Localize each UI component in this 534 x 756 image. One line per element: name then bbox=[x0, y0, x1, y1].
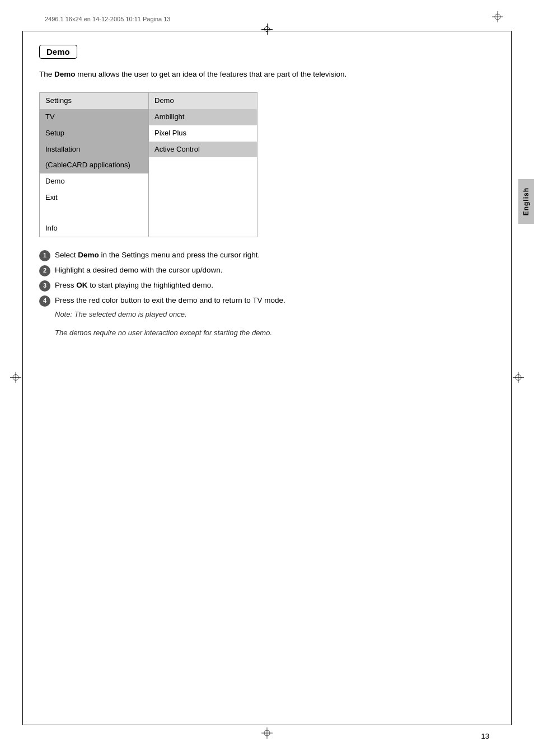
header-meta: 2496.1 16x24 en 14-12-2005 10:11 Pagina … bbox=[45, 16, 170, 22]
main-content: Demo The Demo menu allows the user to ge… bbox=[39, 45, 495, 337]
menu-item-empty bbox=[40, 206, 148, 220]
menu-item-demo: Demo bbox=[40, 173, 148, 190]
step-3-number: 3 bbox=[39, 280, 50, 292]
border-bottom bbox=[22, 725, 512, 725]
menu-left-header: Settings bbox=[40, 93, 148, 109]
menu-right-column: Demo Ambilight Pixel Plus Active Control bbox=[149, 93, 257, 236]
steps-list: 1 Select Demo in the Settings menu and p… bbox=[39, 250, 495, 318]
menu-right-pixelplus: Pixel Plus bbox=[149, 125, 257, 142]
menu-right-empty3 bbox=[149, 186, 257, 201]
step-2: 2 Highlight a desired demo with the curs… bbox=[39, 265, 495, 276]
step-2-number: 2 bbox=[39, 265, 50, 276]
right-mid-crosshair bbox=[513, 372, 524, 384]
step-1-text: Select Demo in the Settings menu and pre… bbox=[55, 250, 260, 261]
final-note: The demos require no user interaction ex… bbox=[55, 328, 495, 337]
step-1: 1 Select Demo in the Settings menu and p… bbox=[39, 250, 495, 261]
menu-right-ambilight: Ambilight bbox=[149, 109, 257, 125]
menu-item-info: Info bbox=[40, 220, 148, 237]
menu-item-exit: Exit bbox=[40, 190, 148, 206]
page-number: 13 bbox=[481, 732, 489, 740]
menu-right-empty1 bbox=[149, 157, 257, 172]
step-4: 4 Press the red color button to exit the… bbox=[39, 295, 495, 307]
menu-item-setup: Setup bbox=[40, 125, 148, 142]
step-4-number: 4 bbox=[39, 295, 50, 307]
menu-item-cablecard: (CableCARD applications) bbox=[40, 157, 148, 173]
border-left bbox=[22, 31, 23, 725]
border-right bbox=[511, 31, 512, 725]
demo-title: Demo bbox=[46, 47, 70, 57]
left-mid-crosshair bbox=[10, 372, 21, 384]
page-description: The Demo menu allows the user to get an … bbox=[39, 69, 495, 80]
menu-item-tv: TV bbox=[40, 109, 148, 125]
menu-right-activecontrol: Active Control bbox=[149, 142, 257, 158]
menu-item-installation: Installation bbox=[40, 142, 148, 158]
step-2-text: Highlight a desired demo with the cursor… bbox=[55, 265, 222, 276]
step-3-text: Press OK to start playing the highlighte… bbox=[55, 280, 213, 291]
menu-ui: Settings TV Setup Installation (CableCAR… bbox=[39, 92, 257, 237]
menu-right-empty5 bbox=[149, 215, 257, 230]
top-center-crosshair bbox=[261, 24, 273, 35]
step-4-container: 4 Press the red color button to exit the… bbox=[39, 295, 495, 318]
page-ref bbox=[492, 11, 503, 24]
menu-left-column: Settings TV Setup Installation (CableCAR… bbox=[40, 93, 149, 236]
step-1-number: 1 bbox=[39, 250, 50, 261]
step-4-note: Note: The selected demo is played once. bbox=[55, 310, 495, 318]
menu-right-header: Demo bbox=[149, 93, 257, 109]
menu-right-empty2 bbox=[149, 172, 257, 186]
step-4-text: Press the red color button to exit the d… bbox=[55, 295, 285, 306]
menu-right-empty4 bbox=[149, 201, 257, 215]
language-tab-label: English bbox=[522, 187, 530, 215]
demo-title-box: Demo bbox=[39, 45, 77, 59]
language-tab: English bbox=[518, 179, 534, 224]
step-3: 3 Press OK to start playing the highligh… bbox=[39, 280, 495, 292]
bottom-center-crosshair bbox=[261, 727, 273, 740]
